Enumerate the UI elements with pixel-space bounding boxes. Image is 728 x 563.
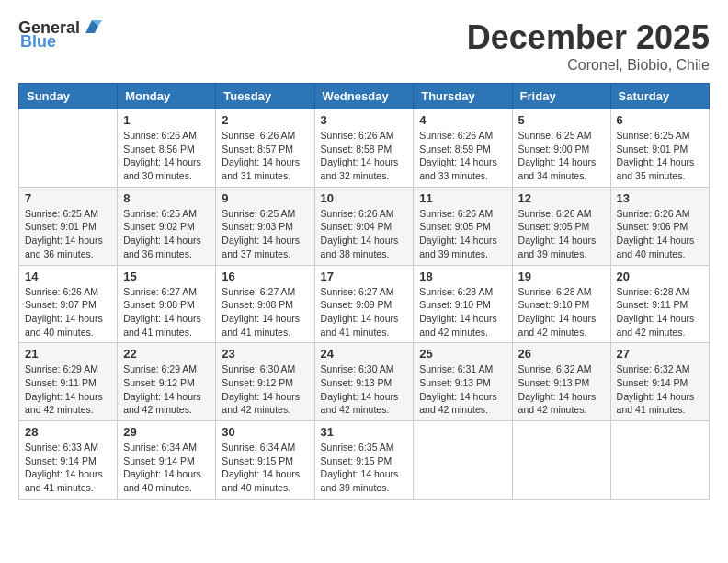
calendar-cell: 26Sunrise: 6:32 AMSunset: 9:13 PMDayligh… — [512, 343, 610, 421]
day-info: Sunrise: 6:32 AMSunset: 9:13 PMDaylight:… — [518, 362, 605, 417]
calendar-cell: 7Sunrise: 6:25 AMSunset: 9:01 PMDaylight… — [19, 187, 118, 265]
calendar-cell: 21Sunrise: 6:29 AMSunset: 9:11 PMDayligh… — [19, 343, 118, 421]
weekday-header-monday: Monday — [118, 84, 216, 109]
day-number: 14 — [25, 270, 111, 283]
calendar-cell: 16Sunrise: 6:27 AMSunset: 9:08 PMDayligh… — [216, 265, 314, 343]
day-number: 4 — [419, 113, 506, 127]
calendar-cell: 9Sunrise: 6:25 AMSunset: 9:03 PMDaylight… — [216, 187, 314, 265]
logo-blue: Blue — [20, 32, 56, 52]
day-number: 8 — [123, 191, 210, 205]
day-info: Sunrise: 6:25 AMSunset: 9:02 PMDaylight:… — [123, 207, 210, 261]
calendar-cell: 6Sunrise: 6:25 AMSunset: 9:01 PMDaylight… — [610, 109, 709, 188]
calendar-cell — [414, 421, 512, 500]
day-info: Sunrise: 6:28 AMSunset: 9:10 PMDaylight:… — [518, 285, 605, 339]
day-number: 26 — [518, 347, 605, 361]
day-number: 12 — [518, 191, 605, 205]
calendar-week-row: 1Sunrise: 6:26 AMSunset: 8:56 PMDaylight… — [19, 109, 710, 188]
day-info: Sunrise: 6:29 AMSunset: 9:12 PMDaylight:… — [123, 362, 210, 417]
day-number: 23 — [222, 347, 308, 361]
day-info: Sunrise: 6:35 AMSunset: 9:15 PMDaylight:… — [321, 441, 408, 495]
day-info: Sunrise: 6:25 AMSunset: 9:01 PMDaylight:… — [617, 129, 703, 183]
day-info: Sunrise: 6:26 AMSunset: 8:59 PMDaylight:… — [419, 129, 506, 183]
calendar-cell: 3Sunrise: 6:26 AMSunset: 8:58 PMDaylight… — [314, 109, 414, 188]
day-info: Sunrise: 6:29 AMSunset: 9:11 PMDaylight:… — [25, 362, 111, 417]
calendar-week-row: 21Sunrise: 6:29 AMSunset: 9:11 PMDayligh… — [19, 343, 710, 421]
calendar-cell — [19, 109, 118, 188]
day-number: 9 — [222, 191, 308, 205]
calendar-cell: 17Sunrise: 6:27 AMSunset: 9:09 PMDayligh… — [314, 265, 414, 343]
day-info: Sunrise: 6:30 AMSunset: 9:12 PMDaylight:… — [222, 362, 308, 417]
day-info: Sunrise: 6:26 AMSunset: 9:06 PMDaylight:… — [617, 207, 703, 261]
day-info: Sunrise: 6:26 AMSunset: 8:56 PMDaylight:… — [123, 129, 210, 183]
weekday-header-wednesday: Wednesday — [314, 84, 414, 109]
calendar-week-row: 7Sunrise: 6:25 AMSunset: 9:01 PMDaylight… — [19, 187, 710, 265]
logo-icon — [82, 17, 102, 37]
day-number: 2 — [222, 113, 308, 127]
weekday-header-saturday: Saturday — [610, 84, 709, 109]
calendar-cell: 10Sunrise: 6:26 AMSunset: 9:04 PMDayligh… — [314, 187, 414, 265]
weekday-header-row: SundayMondayTuesdayWednesdayThursdayFrid… — [19, 84, 710, 109]
page-header: General Blue December 2025 Coronel, Biob… — [18, 18, 710, 74]
day-number: 28 — [25, 425, 111, 439]
calendar-cell: 1Sunrise: 6:26 AMSunset: 8:56 PMDaylight… — [118, 109, 216, 188]
day-info: Sunrise: 6:26 AMSunset: 8:58 PMDaylight:… — [321, 129, 408, 183]
day-info: Sunrise: 6:25 AMSunset: 9:01 PMDaylight:… — [25, 207, 111, 261]
day-number: 16 — [222, 270, 308, 283]
day-info: Sunrise: 6:25 AMSunset: 9:00 PMDaylight:… — [518, 129, 605, 183]
calendar-cell: 23Sunrise: 6:30 AMSunset: 9:12 PMDayligh… — [216, 343, 314, 421]
calendar-cell: 8Sunrise: 6:25 AMSunset: 9:02 PMDaylight… — [118, 187, 216, 265]
day-number: 17 — [321, 270, 408, 283]
day-info: Sunrise: 6:34 AMSunset: 9:15 PMDaylight:… — [222, 441, 308, 495]
day-info: Sunrise: 6:34 AMSunset: 9:14 PMDaylight:… — [123, 441, 210, 495]
day-number: 30 — [222, 425, 308, 439]
day-info: Sunrise: 6:31 AMSunset: 9:13 PMDaylight:… — [419, 362, 506, 417]
day-info: Sunrise: 6:27 AMSunset: 9:09 PMDaylight:… — [321, 285, 408, 339]
day-info: Sunrise: 6:26 AMSunset: 9:04 PMDaylight:… — [321, 207, 408, 261]
day-info: Sunrise: 6:27 AMSunset: 9:08 PMDaylight:… — [123, 285, 210, 339]
day-info: Sunrise: 6:26 AMSunset: 8:57 PMDaylight:… — [222, 129, 308, 183]
day-info: Sunrise: 6:26 AMSunset: 9:07 PMDaylight:… — [25, 285, 111, 339]
calendar-table: SundayMondayTuesdayWednesdayThursdayFrid… — [18, 83, 710, 500]
weekday-header-tuesday: Tuesday — [216, 84, 314, 109]
calendar-cell: 13Sunrise: 6:26 AMSunset: 9:06 PMDayligh… — [610, 187, 709, 265]
day-number: 15 — [123, 270, 210, 283]
day-number: 25 — [419, 347, 506, 361]
day-number: 7 — [25, 191, 111, 205]
calendar-cell: 2Sunrise: 6:26 AMSunset: 8:57 PMDaylight… — [216, 109, 314, 188]
title-area: December 2025 Coronel, Biobio, Chile — [467, 18, 710, 74]
location-subtitle: Coronel, Biobio, Chile — [467, 57, 710, 74]
calendar-cell: 27Sunrise: 6:32 AMSunset: 9:14 PMDayligh… — [610, 343, 709, 421]
calendar-week-row: 28Sunrise: 6:33 AMSunset: 9:14 PMDayligh… — [19, 421, 710, 500]
calendar-week-row: 14Sunrise: 6:26 AMSunset: 9:07 PMDayligh… — [19, 265, 710, 343]
day-number: 29 — [123, 425, 210, 439]
calendar-cell: 25Sunrise: 6:31 AMSunset: 9:13 PMDayligh… — [414, 343, 512, 421]
calendar-cell: 15Sunrise: 6:27 AMSunset: 9:08 PMDayligh… — [118, 265, 216, 343]
day-number: 27 — [617, 347, 703, 361]
calendar-cell: 24Sunrise: 6:30 AMSunset: 9:13 PMDayligh… — [314, 343, 414, 421]
calendar-cell: 14Sunrise: 6:26 AMSunset: 9:07 PMDayligh… — [19, 265, 118, 343]
calendar-cell: 5Sunrise: 6:25 AMSunset: 9:00 PMDaylight… — [512, 109, 610, 188]
day-number: 24 — [321, 347, 408, 361]
weekday-header-sunday: Sunday — [19, 84, 118, 109]
calendar-cell: 18Sunrise: 6:28 AMSunset: 9:10 PMDayligh… — [414, 265, 512, 343]
day-number: 20 — [617, 270, 703, 283]
calendar-cell: 31Sunrise: 6:35 AMSunset: 9:15 PMDayligh… — [314, 421, 414, 500]
day-info: Sunrise: 6:25 AMSunset: 9:03 PMDaylight:… — [222, 207, 308, 261]
calendar-cell: 12Sunrise: 6:26 AMSunset: 9:05 PMDayligh… — [512, 187, 610, 265]
day-info: Sunrise: 6:33 AMSunset: 9:14 PMDaylight:… — [25, 441, 111, 495]
weekday-header-friday: Friday — [512, 84, 610, 109]
day-number: 10 — [321, 191, 408, 205]
day-number: 18 — [419, 270, 506, 283]
day-number: 11 — [419, 191, 506, 205]
day-number: 6 — [617, 113, 703, 127]
day-number: 3 — [321, 113, 408, 127]
calendar-cell: 20Sunrise: 6:28 AMSunset: 9:11 PMDayligh… — [610, 265, 709, 343]
calendar-cell: 30Sunrise: 6:34 AMSunset: 9:15 PMDayligh… — [216, 421, 314, 500]
day-number: 1 — [123, 113, 210, 127]
calendar-cell: 29Sunrise: 6:34 AMSunset: 9:14 PMDayligh… — [118, 421, 216, 500]
day-number: 5 — [518, 113, 605, 127]
calendar-cell — [512, 421, 610, 500]
day-number: 22 — [123, 347, 210, 361]
logo: General Blue — [18, 18, 102, 52]
day-info: Sunrise: 6:27 AMSunset: 9:08 PMDaylight:… — [222, 285, 308, 339]
